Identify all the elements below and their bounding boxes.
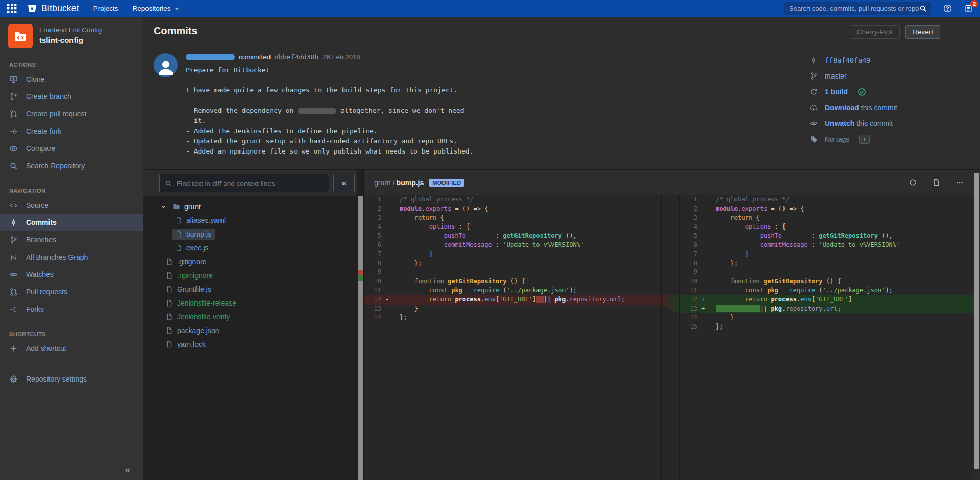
redacted-text xyxy=(298,108,336,114)
sidebar-item-create-branch[interactable]: Create branch xyxy=(0,88,143,105)
help-icon[interactable] xyxy=(943,4,952,13)
change-marker xyxy=(385,268,393,277)
sidebar-item-search-repository[interactable]: Search Repository xyxy=(0,157,143,174)
page-scrollbar-thumb[interactable] xyxy=(974,173,979,469)
change-marker xyxy=(385,277,393,286)
change-marker xyxy=(701,322,708,332)
tree-item-label: aliases.yaml xyxy=(186,216,226,224)
file-icon xyxy=(166,286,173,293)
tree-file-row[interactable]: Jenkinsfile-release xyxy=(143,296,357,310)
tree-file-row[interactable]: bump.js xyxy=(143,227,357,241)
chevron-down-icon[interactable] xyxy=(160,203,168,210)
line-number: 7 xyxy=(680,250,701,259)
build-success-icon xyxy=(857,88,866,96)
sidebar-item-source[interactable]: Source xyxy=(0,196,143,214)
bitbucket-logo[interactable]: Bitbucket xyxy=(27,3,79,14)
tree-collapse-button[interactable]: « xyxy=(333,174,355,192)
line-number: 11 xyxy=(680,286,701,295)
product-name: Bitbucket xyxy=(41,3,79,14)
sidebar-item-branches[interactable]: Branches xyxy=(0,231,143,248)
file-icon xyxy=(166,299,173,307)
cherry-pick-button[interactable]: Cherry-Pick xyxy=(850,25,900,39)
diff-line: 3 return { xyxy=(364,214,662,223)
sidebar-item-clone[interactable]: Clone xyxy=(0,70,143,88)
sidebar-item-repository-settings[interactable]: Repository settings xyxy=(0,370,143,388)
tree-file-row[interactable]: aliases.yaml xyxy=(143,213,357,227)
tree-file-row[interactable]: exec.js xyxy=(143,241,357,255)
tree-folder-row[interactable]: grunt xyxy=(143,199,357,213)
fork-icon xyxy=(9,305,18,314)
view-file-icon[interactable] xyxy=(933,179,940,186)
tree-file-row[interactable]: .gitignore xyxy=(143,255,357,268)
sidebar-item-commits[interactable]: Commits xyxy=(0,214,143,231)
branches-icon xyxy=(9,236,18,244)
app-switcher-icon[interactable] xyxy=(7,4,17,13)
diff-pane-before: 1/* global process */2module.exports = (… xyxy=(364,195,662,480)
change-marker xyxy=(701,313,708,322)
change-marker xyxy=(385,205,393,214)
sidebar-item-pull-requests[interactable]: Pull requests xyxy=(0,283,143,300)
diff-pane-after: 1/* global process */2module.exports = (… xyxy=(680,195,974,480)
tasks-icon[interactable]: 2 xyxy=(964,4,973,13)
file-icon xyxy=(166,258,173,265)
project-link[interactable]: Frontend Lint Config xyxy=(39,26,102,34)
sidebar-item-watches[interactable]: Watches xyxy=(0,266,143,283)
find-in-diff-input[interactable] xyxy=(177,180,324,187)
commit-branch[interactable]: master xyxy=(810,70,940,82)
sidebar-item-all-branches-graph[interactable]: All Branches Graph xyxy=(0,248,143,266)
global-search-input[interactable] xyxy=(789,5,919,12)
repo-avatar[interactable] xyxy=(8,24,33,48)
line-number: 9 xyxy=(364,268,385,277)
change-marker xyxy=(385,222,393,232)
line-number: 12 xyxy=(364,295,385,305)
tree-item-label: exec.js xyxy=(186,244,209,252)
diff-scrollbar xyxy=(357,170,363,480)
diff-scrollbar-thumb[interactable] xyxy=(358,196,363,480)
tree-item-label: Jenkinsfile-verify xyxy=(177,313,230,321)
change-marker xyxy=(385,250,393,259)
change-marker xyxy=(385,305,393,314)
line-number: 9 xyxy=(680,268,701,277)
tree-file-row[interactable]: yarn.lock xyxy=(143,337,357,351)
add-tag-button[interactable]: + xyxy=(859,135,870,144)
line-number: 13 xyxy=(680,305,701,314)
nav-link-repositories[interactable]: Repositories xyxy=(133,5,180,12)
committed-label: committed xyxy=(239,53,271,61)
unwatch-commit-link[interactable]: Unwatch this commit xyxy=(810,117,940,130)
actions-section-label: ACTIONS xyxy=(9,62,143,68)
page-scrollbar xyxy=(974,170,980,480)
diff-line: 4 options : { xyxy=(680,222,974,232)
diff-line: 8 }; xyxy=(680,259,974,268)
line-number: 14 xyxy=(364,313,385,322)
more-options-icon[interactable] xyxy=(955,179,964,187)
commit-builds[interactable]: 1 build xyxy=(810,86,940,98)
tree-file-row[interactable]: package.json xyxy=(143,323,357,337)
change-marker xyxy=(701,250,708,259)
download-commit-link[interactable]: Download this commit xyxy=(810,102,940,114)
sidebar-item-create-pull-request[interactable]: Create pull request xyxy=(0,105,143,122)
tree-item-label: yarn.lock xyxy=(177,340,206,348)
diff-line: 11 const pkg = require ('../package.json… xyxy=(364,286,662,295)
revert-button[interactable]: Revert xyxy=(905,25,940,39)
tree-file-row[interactable]: Gruntfile.js xyxy=(143,282,357,296)
sidebar-item-create-fork[interactable]: Create fork xyxy=(0,122,143,140)
diff-line: 2module.exports = () => { xyxy=(364,205,662,214)
sidebar-item-add-shortcut[interactable]: Add shortcut xyxy=(0,340,143,357)
commit-hash-link[interactable]: dbbef4dd38b xyxy=(275,53,318,61)
sidebar-item-compare[interactable]: Compare xyxy=(0,140,143,157)
tree-file-row[interactable]: Jenkinsfile-verify xyxy=(143,310,357,323)
file-icon xyxy=(175,217,182,224)
tree-file-row[interactable]: .npmignore xyxy=(143,268,357,282)
refresh-diff-icon[interactable] xyxy=(909,178,917,187)
line-number: 13 xyxy=(364,305,385,314)
nav-link-projects[interactable]: Projects xyxy=(93,5,118,12)
sidebar-item-forks[interactable]: Forks xyxy=(0,300,143,318)
commit-full-hash[interactable]: ff8af40fa49 xyxy=(810,54,940,66)
sidebar-collapse-button[interactable]: « xyxy=(125,464,130,475)
commit-title: Prepare for Bitbucket xyxy=(186,66,360,74)
line-number: 5 xyxy=(364,232,385,241)
file-icon xyxy=(166,341,173,348)
line-number: 6 xyxy=(364,241,385,250)
commit-message-line: - Added an npmignore file so we only pub… xyxy=(186,146,980,157)
navigation-section-label: NAVIGATION xyxy=(9,188,143,194)
